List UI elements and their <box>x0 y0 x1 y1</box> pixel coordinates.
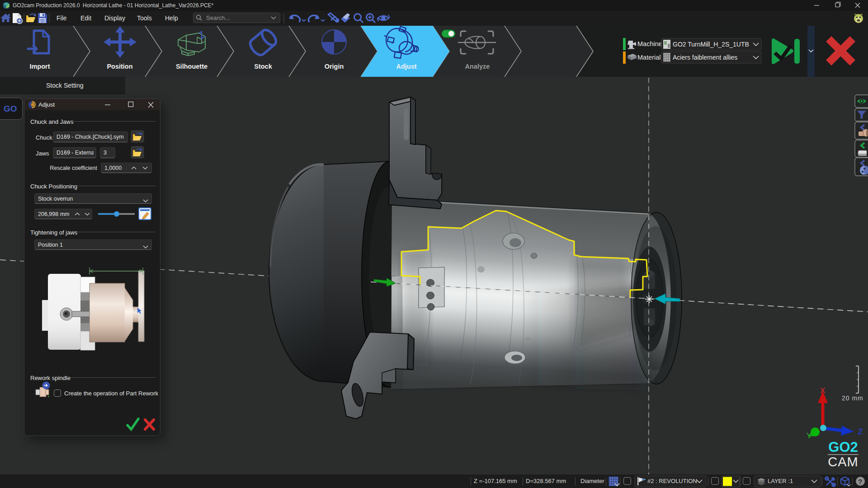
svg-text:Y: Y <box>807 432 811 440</box>
svg-text:Origin: Origin <box>325 63 344 70</box>
svg-text:Z: Z <box>858 427 863 436</box>
svg-text:Silhouette: Silhouette <box>176 63 208 70</box>
svg-text:20 mm: 20 mm <box>842 394 863 402</box>
svg-text:Aciers faiblement allies: Aciers faiblement allies <box>673 54 737 61</box>
svg-text:Position: Position <box>107 63 132 70</box>
svg-text:CAM: CAM <box>828 455 858 469</box>
svg-text:Stock: Stock <box>254 63 272 70</box>
svg-text:Adjust: Adjust <box>396 63 416 70</box>
svg-text:Material: Material <box>637 54 661 61</box>
svg-text:Import: Import <box>29 63 50 70</box>
svg-text:X: X <box>820 386 825 395</box>
svg-text:Analyze: Analyze <box>465 63 490 70</box>
svg-text:Machine: Machine <box>637 40 662 47</box>
svg-text:?: ? <box>858 478 862 485</box>
svg-text:GO2: GO2 <box>828 439 858 455</box>
svg-text:GO2 TurnMill_H_2S_1UTB: GO2 TurnMill_H_2S_1UTB <box>673 41 749 48</box>
